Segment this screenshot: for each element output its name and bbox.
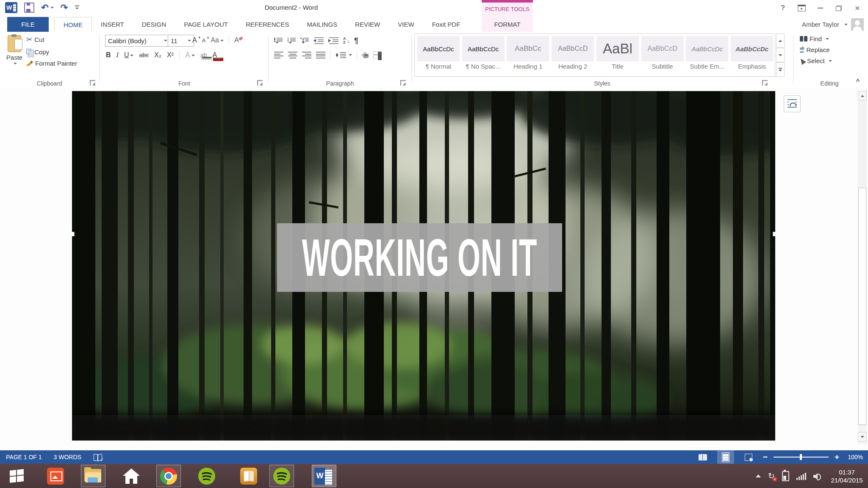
document-area[interactable]: WORKING ON IT xyxy=(0,88,868,450)
style-normal[interactable]: AaBbCcDc ¶ Normal xyxy=(416,36,460,76)
taskbar-photos-button[interactable] xyxy=(43,465,68,487)
font-dialog-launcher[interactable] xyxy=(257,80,263,86)
tab-home[interactable]: HOME xyxy=(54,17,92,32)
help-button[interactable]: ? xyxy=(776,3,790,14)
style-heading-1[interactable]: AaBbCc Heading 1 xyxy=(506,36,550,76)
find-button[interactable]: Find xyxy=(800,35,832,42)
undo-dropdown-arrow[interactable] xyxy=(50,7,54,8)
customize-quick-access-button[interactable] xyxy=(75,5,80,10)
tab-design[interactable]: DESIGN xyxy=(133,17,175,32)
styles-gallery-more-button[interactable] xyxy=(776,62,785,77)
scroll-up-button[interactable] xyxy=(858,91,867,100)
save-button[interactable] xyxy=(24,3,34,13)
account-dropdown-arrow[interactable] xyxy=(844,24,848,25)
minimize-button[interactable] xyxy=(813,3,827,14)
format-painter-button[interactable]: Format Painter xyxy=(26,60,77,67)
bold-button[interactable]: B xyxy=(106,51,111,59)
tab-references[interactable]: REFERENCES xyxy=(237,17,298,32)
multilevel-list-button[interactable] xyxy=(300,38,309,44)
tab-format[interactable]: FORMAT xyxy=(482,17,533,32)
resize-handle-left[interactable] xyxy=(72,232,75,236)
network-signal-icon[interactable] xyxy=(796,472,806,480)
borders-button[interactable] xyxy=(373,51,381,59)
taskbar-home-button[interactable] xyxy=(119,465,144,487)
shading-button[interactable] xyxy=(362,52,369,58)
select-button[interactable]: Select xyxy=(800,57,832,64)
tab-mailings[interactable]: MAILINGS xyxy=(298,17,346,32)
user-avatar[interactable] xyxy=(851,18,864,31)
font-size-select[interactable]: 11 xyxy=(168,35,194,47)
font-family-select[interactable]: Calibri (Body) xyxy=(105,35,170,47)
justify-button[interactable] xyxy=(316,52,325,58)
battery-icon[interactable] xyxy=(782,471,789,481)
clear-formatting-button[interactable]: A xyxy=(234,36,239,44)
tab-foxit-pdf[interactable]: Foxit PDF xyxy=(423,17,469,32)
tab-view[interactable]: VIEW xyxy=(389,17,423,32)
tab-insert[interactable]: INSERT xyxy=(92,17,133,32)
tab-page-layout[interactable]: PAGE LAYOUT xyxy=(175,17,237,32)
vertical-scrollbar[interactable] xyxy=(858,91,867,444)
italic-button[interactable]: I xyxy=(116,51,119,59)
show-hide-marks-button[interactable]: ¶ xyxy=(354,36,358,45)
sync-error-icon[interactable]: ↻ xyxy=(768,472,775,480)
print-layout-button[interactable] xyxy=(717,450,734,464)
scroll-down-button[interactable] xyxy=(858,432,867,441)
redo-button[interactable] xyxy=(61,3,68,12)
close-button[interactable]: × xyxy=(850,3,865,14)
select-dropdown-arrow[interactable] xyxy=(829,60,832,62)
page-indicator[interactable]: PAGE 1 OF 1 xyxy=(6,454,42,460)
underline-button[interactable]: U xyxy=(124,51,134,59)
styles-dialog-launcher[interactable] xyxy=(762,80,768,86)
clipboard-dialog-launcher[interactable] xyxy=(90,80,95,86)
style-no-spacing[interactable]: AaBbCcDc ¶ No Spac... xyxy=(461,36,505,76)
text-effects-button[interactable]: A xyxy=(185,51,195,60)
forest-photo[interactable]: WORKING ON IT xyxy=(72,91,775,441)
styles-scroll-down-button[interactable] xyxy=(776,48,785,62)
taskbar-file-explorer-button[interactable] xyxy=(81,465,105,487)
grow-font-button[interactable]: A xyxy=(192,36,197,44)
font-color-button[interactable]: A xyxy=(213,51,217,59)
paragraph-dialog-launcher[interactable] xyxy=(400,80,406,86)
align-left-button[interactable] xyxy=(274,52,283,58)
collapse-ribbon-button[interactable]: ^ xyxy=(852,77,863,85)
style-subtitle[interactable]: AaBbCcD Subtitle xyxy=(641,36,685,76)
show-hidden-icons-button[interactable] xyxy=(756,474,761,477)
copy-button[interactable]: Copy xyxy=(26,48,77,55)
zoom-out-button[interactable]: − xyxy=(763,452,768,462)
taskbar-spotify-button[interactable] xyxy=(194,465,219,487)
paste-dropdown-arrow[interactable] xyxy=(14,63,17,64)
bullets-button[interactable] xyxy=(274,38,283,44)
working-on-it-banner[interactable]: WORKING ON IT xyxy=(277,223,562,292)
increase-indent-button[interactable] xyxy=(328,37,338,44)
style-subtle-emphasis[interactable]: AaBbCcDc Subtle Em... xyxy=(685,36,729,76)
web-layout-button[interactable] xyxy=(740,450,757,464)
zoom-slider-thumb[interactable] xyxy=(800,454,802,460)
zoom-level[interactable]: 100% xyxy=(845,454,863,460)
shrink-font-button[interactable]: A xyxy=(202,37,206,44)
volume-icon[interactable] xyxy=(813,472,822,480)
account-area[interactable]: Amber Taylor xyxy=(802,17,864,32)
proofing-status-icon[interactable] xyxy=(93,454,103,461)
scrollbar-thumb[interactable] xyxy=(858,188,866,425)
strikethrough-button[interactable]: abc xyxy=(139,52,149,58)
superscript-button[interactable]: X² xyxy=(167,51,174,59)
find-dropdown-arrow[interactable] xyxy=(826,38,829,40)
decrease-indent-button[interactable] xyxy=(313,37,324,44)
taskbar-word-button[interactable]: W xyxy=(312,465,336,487)
taskbar-clock[interactable]: 01:37 21/04/2015 xyxy=(829,468,865,484)
style-heading-2[interactable]: AaBbCcD Heading 2 xyxy=(551,36,595,76)
taskbar-books-button[interactable] xyxy=(236,465,261,487)
taskbar-chrome-button[interactable] xyxy=(156,465,181,487)
style-title[interactable]: AaBl Title xyxy=(596,36,640,76)
read-mode-button[interactable] xyxy=(694,450,711,464)
subscript-button[interactable]: X₂ xyxy=(154,51,161,59)
restore-button[interactable] xyxy=(832,3,846,14)
zoom-in-button[interactable]: + xyxy=(835,452,839,462)
layout-options-button[interactable] xyxy=(784,95,801,112)
undo-button[interactable] xyxy=(41,3,54,12)
ribbon-display-options-button[interactable] xyxy=(794,3,809,14)
styles-scroll-up-button[interactable] xyxy=(776,33,785,48)
replace-button[interactable]: abacReplace xyxy=(800,46,832,53)
align-right-button[interactable] xyxy=(302,52,311,58)
paste-button[interactable]: Paste xyxy=(3,34,25,78)
